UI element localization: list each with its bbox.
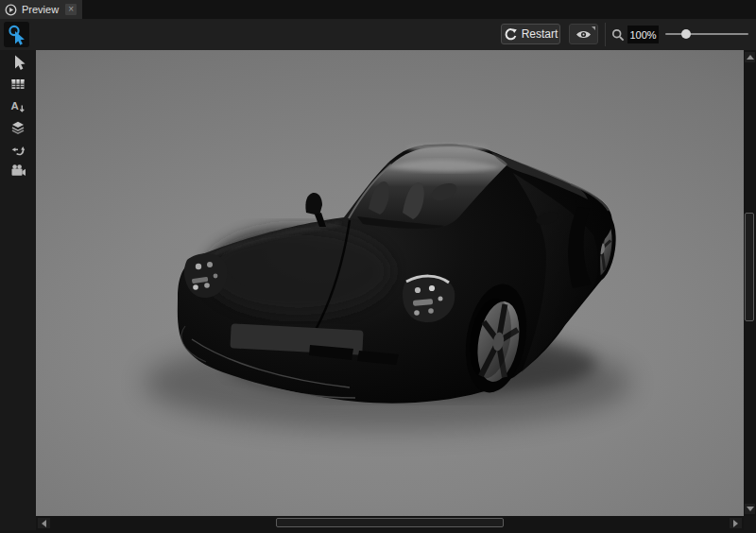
text-sort-icon: A: [10, 98, 26, 113]
vertical-scrollbar[interactable]: [744, 50, 756, 516]
tab-label: Preview: [22, 4, 59, 15]
scroll-right-button[interactable]: [730, 518, 742, 528]
zoom-slider-track[interactable]: [665, 33, 748, 35]
branch-tool-button[interactable]: [9, 141, 26, 158]
tool-rail: A: [0, 50, 36, 533]
eye-icon: [576, 29, 592, 40]
close-icon[interactable]: ×: [65, 4, 77, 15]
vertical-scrollbar-thumb[interactable]: [745, 213, 754, 321]
camera-tool-button[interactable]: [9, 163, 26, 180]
scroll-down-button[interactable]: [745, 504, 755, 514]
zoom-slider[interactable]: [665, 26, 748, 42]
restart-label: Restart: [522, 27, 558, 41]
car-3d-render: [36, 50, 744, 516]
layers-tool-button[interactable]: [9, 119, 26, 136]
left-arrow-icon: [42, 520, 46, 527]
zoom-value[interactable]: 100%: [627, 26, 659, 43]
text-tool-button[interactable]: A: [9, 97, 26, 114]
toolbar-separator: [605, 23, 606, 46]
down-arrow-icon: [747, 507, 754, 511]
zoom-slider-thumb[interactable]: [681, 29, 691, 39]
pointer-tool-button[interactable]: [9, 54, 26, 71]
tab-preview[interactable]: Preview ×: [0, 0, 82, 19]
scroll-left-button[interactable]: [38, 518, 50, 528]
table-icon: [10, 77, 26, 92]
toolbar: Restart 100%: [0, 19, 756, 50]
up-arrow-icon: [747, 55, 754, 60]
preview-window: Preview × Restart: [0, 0, 756, 533]
video-camera-icon: [10, 163, 26, 179]
restart-button[interactable]: Restart: [501, 24, 560, 44]
table-tool-button[interactable]: [9, 76, 26, 93]
visibility-button[interactable]: [569, 24, 598, 44]
layers-icon: [10, 120, 26, 135]
tab-bar: Preview ×: [0, 0, 756, 19]
horizontal-scrollbar[interactable]: [36, 516, 744, 530]
preview-canvas[interactable]: [36, 50, 744, 516]
right-arrow-icon: [733, 520, 738, 527]
pointer-icon: [10, 54, 26, 71]
horizontal-scrollbar-thumb[interactable]: [276, 518, 504, 527]
refresh-icon: [504, 27, 517, 41]
branch-arrow-icon: [10, 142, 26, 157]
flyout-indicator-icon: [592, 26, 595, 30]
play-circle-icon: [5, 4, 17, 16]
magnifier-icon: [611, 28, 625, 42]
interact-cursor-icon: [7, 25, 27, 45]
interact-cursor-tool-button[interactable]: [4, 22, 29, 47]
scroll-up-button[interactable]: [745, 52, 755, 62]
svg-text:A: A: [11, 100, 19, 112]
